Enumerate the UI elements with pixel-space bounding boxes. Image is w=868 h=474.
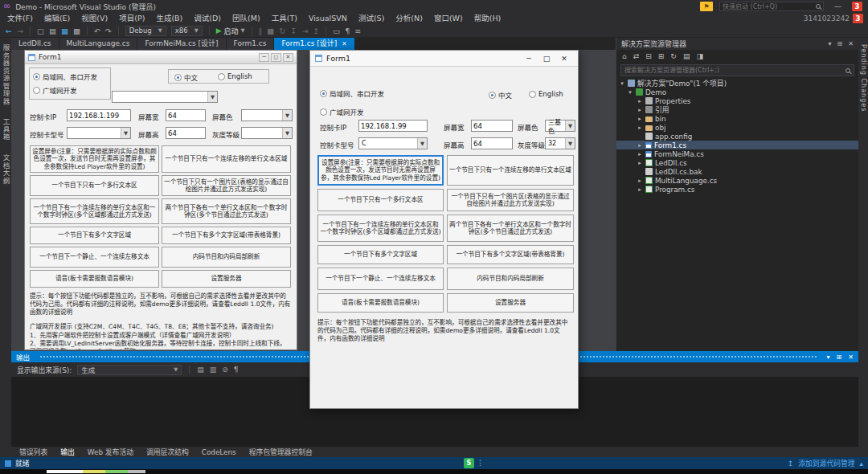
undo-icon[interactable]: ↶ bbox=[94, 27, 100, 35]
tab-leddll-cs[interactable]: LedDll.cs bbox=[11, 38, 59, 50]
start-debug-button[interactable]: ▶ 启动 ▼ bbox=[216, 26, 245, 36]
voice-button[interactable]: 语音(板卡需要报数语音模块) bbox=[30, 270, 159, 288]
run-set-server-button[interactable]: 设置服务器 bbox=[447, 293, 574, 313]
run-screen-width-input[interactable] bbox=[471, 120, 513, 132]
run-multiline-text-button[interactable]: 一个节目下只有一个多行文本区 bbox=[317, 189, 444, 211]
tab-call-hierarchy[interactable]: 调用层次结构 bbox=[140, 447, 195, 457]
step-out-icon[interactable]: ↥ bbox=[313, 27, 319, 35]
close-icon[interactable]: ✕ bbox=[555, 55, 573, 63]
menu-build[interactable]: 生成(B) bbox=[150, 13, 188, 24]
designer-form1-window[interactable]: Form1 ─ ◻ ✕ 局域网、串口开发 广域网开发 中文 English ▼ … bbox=[24, 50, 297, 350]
run-neima-refresh-button[interactable]: 内码节目和内码局部刷新 bbox=[447, 268, 574, 290]
clear-all-icon[interactable]: ⊘ bbox=[222, 366, 228, 374]
set-screen-params-button[interactable]: 设置屏参(注意：只需要根据屏的实际点数和颜色设置一次，发送节目时无需再设置屏参，… bbox=[30, 145, 159, 173]
tree-item-solution[interactable]: ▾解决方案"Demo"(1 个项目) bbox=[616, 79, 858, 88]
notifications-flag-icon[interactable]: ⚑ bbox=[700, 2, 713, 11]
run-set-screen-params-button[interactable]: 设置屏参(注意：只需要根据屏的实际点数和颜色设置一次，发送节目时无需再设置屏参，… bbox=[317, 155, 444, 186]
find-in-files-icon[interactable]: ▭ bbox=[333, 27, 340, 35]
sidebar-item-toolbox[interactable]: 工具箱 bbox=[1, 118, 10, 141]
solution-search-input[interactable] bbox=[624, 67, 843, 74]
run-multi-text-areas-button[interactable]: 一个节目下有多个文字区域 bbox=[317, 245, 444, 264]
tree-item-app-config[interactable]: app.config bbox=[616, 132, 858, 141]
card-model-combobox[interactable]: ▼ bbox=[67, 127, 131, 139]
tray-overflow-icon[interactable]: ⋮ bbox=[477, 459, 484, 467]
run-two-programs-button[interactable]: 两个节目下各有一个单行文本区和一个数字时钟区(多个节目通过此方式发送) bbox=[447, 215, 574, 242]
close-icon[interactable]: ✕ bbox=[848, 353, 854, 361]
run-lan-serial-radio[interactable]: 局域网、串口开发 bbox=[320, 88, 384, 98]
top-combobox[interactable]: ▼ bbox=[112, 91, 218, 103]
step-over-icon[interactable]: ⇥ bbox=[301, 27, 308, 35]
sync-icon[interactable]: ⇄ bbox=[633, 52, 640, 60]
chevron-down-icon[interactable]: ▾ bbox=[627, 89, 633, 96]
menu-help[interactable]: 帮助(H) bbox=[469, 13, 507, 24]
text-clock-area-button[interactable]: 一个节目下有一个连续左移的单行文本区和一个数字时钟区(多个区域都通过此方式发送) bbox=[30, 198, 159, 224]
caret-up-icon[interactable]: ▴ bbox=[860, 460, 863, 468]
menu-debug[interactable]: 调试(D) bbox=[188, 13, 227, 24]
navigate-forward-icon[interactable]: → bbox=[17, 27, 23, 35]
maximize-icon[interactable]: ◻ bbox=[271, 53, 281, 62]
chevron-right-icon[interactable]: ▸ bbox=[637, 186, 643, 193]
run-ip-input[interactable] bbox=[358, 120, 428, 132]
tree-item-form1-selected[interactable]: ▸Form1.cs bbox=[616, 141, 858, 149]
properties-icon[interactable]: ⊞ bbox=[658, 52, 665, 60]
chevron-right-icon[interactable]: ▸ bbox=[637, 142, 643, 149]
tree-item-program[interactable]: ▸Program.cs bbox=[616, 185, 858, 194]
maximize-icon[interactable]: □ bbox=[538, 55, 555, 63]
running-form-title-bar[interactable]: Form1 ─ □ ✕ bbox=[310, 51, 578, 67]
tray-app-icon[interactable]: S bbox=[464, 458, 474, 468]
tab-codelens[interactable]: CodeLens bbox=[195, 448, 243, 456]
output-source-select[interactable]: 生成 ▼ bbox=[77, 365, 182, 375]
chevron-right-icon[interactable]: ▸ bbox=[637, 178, 643, 184]
run-card-model-combobox[interactable]: C▼ bbox=[358, 137, 428, 149]
save-icon[interactable]: ▦ bbox=[61, 27, 68, 35]
restart-icon[interactable]: ↻ bbox=[279, 27, 285, 35]
lan-serial-radio[interactable]: 局域网、串口开发 bbox=[33, 72, 97, 81]
chevron-right-icon[interactable]: ▸ bbox=[637, 160, 643, 166]
home-icon[interactable]: ⌂ bbox=[622, 52, 627, 60]
ip-input[interactable] bbox=[67, 109, 131, 121]
session-badge[interactable]: 3 bbox=[853, 14, 863, 23]
platform-select[interactable]: x86▼ bbox=[171, 26, 203, 36]
run-single-scroll-text-button[interactable]: 一个节目下只有一个连续左移的单行文本区域 bbox=[447, 155, 574, 186]
neima-refresh-button[interactable]: 内码节目和内码局部刷新 bbox=[162, 247, 291, 268]
open-file-icon[interactable]: ▤ bbox=[49, 27, 56, 35]
tab-formneima-design[interactable]: FormNeiMa.cs [设计] bbox=[137, 38, 226, 50]
english-radio[interactable]: English bbox=[218, 72, 252, 80]
preview-icon[interactable]: ◨ bbox=[696, 52, 703, 60]
new-file-icon[interactable]: ▢ bbox=[37, 27, 44, 35]
screen-width-input[interactable] bbox=[166, 109, 206, 121]
single-scroll-text-button[interactable]: 一个节目下只有一个连续左移的单行文本区域 bbox=[162, 145, 291, 173]
menu-team[interactable]: 团队(M) bbox=[227, 13, 266, 24]
run-chinese-radio[interactable]: 中文 bbox=[489, 90, 512, 100]
minimize-button[interactable]: — bbox=[830, 2, 845, 10]
collapse-all-icon[interactable]: ⊟ bbox=[645, 52, 652, 60]
sidebar-item-document-outline[interactable]: 文档大纲 bbox=[1, 154, 10, 185]
running-form1-window[interactable]: Form1 ─ □ ✕ 局域网、串口开发 广域网开发 中文 English 控制… bbox=[309, 50, 579, 409]
run-english-radio[interactable]: English bbox=[529, 90, 563, 98]
tab-web-publish[interactable]: Web 发布活动 bbox=[81, 447, 140, 457]
comment-icon[interactable]: ¶ bbox=[345, 27, 350, 35]
line-icon[interactable]: ≡ bbox=[354, 27, 361, 35]
menu-analyze[interactable]: 分析(N) bbox=[390, 13, 428, 24]
notification-badge[interactable]: 3 bbox=[852, 2, 862, 11]
menu-view[interactable]: 视图(V) bbox=[76, 13, 113, 24]
wan-radio[interactable]: 广域网开发 bbox=[33, 85, 77, 95]
chevron-right-icon[interactable]: ▸ bbox=[637, 107, 643, 113]
run-wan-radio[interactable]: 广域网开发 bbox=[320, 107, 364, 116]
static-scroll-text-button[interactable]: 一个节目下一个静止、一个连续左移文本 bbox=[30, 247, 159, 268]
tab-multilanguage-cs[interactable]: MultiLanguage.cs bbox=[59, 38, 138, 50]
gray-level-combobox[interactable]: ▼ bbox=[241, 127, 293, 139]
chinese-radio[interactable]: 中文 bbox=[174, 72, 198, 82]
add-to-source-control-button[interactable]: 添加到源代码管理 bbox=[798, 458, 854, 468]
tab-error-list[interactable]: 错误列表 bbox=[13, 447, 54, 457]
run-text-clock-area-button[interactable]: 一个节目下有一个连续左移的单行文本区和一个数字时钟区(多个区域都通过此方式发送) bbox=[317, 215, 444, 242]
screen-height-input[interactable] bbox=[166, 127, 206, 139]
tree-item-leddll[interactable]: ▸LedDll.cs bbox=[616, 158, 858, 167]
menu-window[interactable]: 窗口(W) bbox=[428, 13, 469, 24]
show-all-files-icon[interactable]: ▤ bbox=[683, 52, 690, 60]
set-server-button[interactable]: 设置服务器 bbox=[162, 270, 291, 288]
tree-item-bin[interactable]: ▸bin bbox=[616, 114, 858, 123]
tree-item-project[interactable]: ▾Demo bbox=[616, 88, 858, 96]
run-picture-area-button[interactable]: 一个节目下只有一个图片区(表格的显示通过自绘图片并通过此方式发送实现) bbox=[447, 189, 574, 211]
menu-visualsvn[interactable]: VisualSVN bbox=[303, 13, 353, 24]
